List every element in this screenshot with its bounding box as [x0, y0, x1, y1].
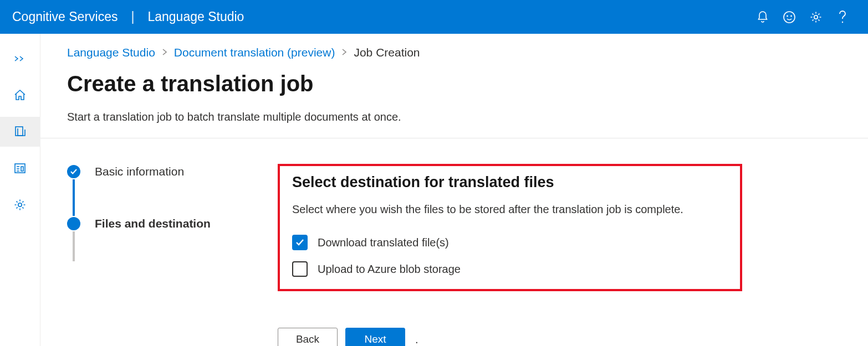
step-connector — [73, 179, 75, 216]
option-label: Upload to Azure blob storage — [318, 263, 461, 276]
breadcrumb: Language Studio Document translation (pr… — [67, 46, 868, 59]
svg-point-1 — [787, 16, 788, 16]
feedback-icon[interactable] — [776, 4, 803, 30]
main-content: Language Studio Document translation (pr… — [40, 34, 868, 346]
form-icon[interactable] — [0, 153, 40, 183]
option-upload-azure-blob[interactable]: Upload to Azure blob storage — [292, 261, 728, 277]
back-button[interactable]: Back — [278, 328, 338, 346]
document-translation-icon[interactable] — [0, 117, 40, 147]
brand-name[interactable]: Cognitive Services — [12, 9, 118, 24]
product-name[interactable]: Language Studio — [147, 9, 244, 24]
settings-icon[interactable] — [803, 4, 829, 30]
option-download-translated-files[interactable]: Download translated file(s) — [292, 235, 728, 250]
page-subtitle: Start a translation job to batch transla… — [67, 111, 868, 123]
step-connector — [73, 231, 75, 261]
step-current-icon — [67, 217, 80, 230]
breadcrumb-sep — [341, 48, 347, 58]
top-header: Cognitive Services | Language Studio — [0, 0, 868, 34]
option-label: Download translated file(s) — [318, 236, 449, 249]
rail-settings-icon[interactable] — [0, 190, 40, 220]
notifications-icon[interactable] — [749, 4, 776, 30]
svg-point-2 — [791, 16, 792, 16]
step-basic-information[interactable]: Basic information — [67, 164, 278, 179]
svg-point-3 — [814, 15, 818, 18]
step-label: Basic information — [95, 165, 184, 178]
ellipsis-dot: . — [415, 333, 418, 346]
svg-point-0 — [784, 12, 795, 23]
brand-divider: | — [131, 9, 134, 24]
wizard-stepper: Basic information Files and destination — [67, 164, 278, 346]
svg-rect-5 — [16, 127, 23, 136]
expand-rail-button[interactable] — [0, 44, 40, 74]
wizard-buttons: Back Next . — [278, 328, 868, 346]
breadcrumb-current: Job Creation — [354, 46, 420, 59]
home-icon[interactable] — [0, 80, 40, 110]
checkbox-unchecked-icon[interactable] — [292, 261, 308, 277]
page-title: Create a translation job — [67, 71, 868, 96]
checkbox-checked-icon[interactable] — [292, 235, 308, 250]
step-done-icon — [67, 165, 80, 178]
destination-highlight-box: Select destination for translated files … — [278, 164, 742, 291]
left-rail — [0, 34, 40, 346]
panel-description: Select where you wish the files to be st… — [292, 203, 728, 216]
step-label: Files and destination — [95, 217, 211, 230]
panel-title: Select destination for translated files — [292, 174, 728, 191]
help-icon[interactable] — [829, 4, 856, 30]
svg-point-7 — [18, 203, 22, 206]
step-files-and-destination[interactable]: Files and destination — [67, 216, 278, 231]
svg-point-4 — [842, 21, 843, 22]
breadcrumb-sep — [162, 48, 167, 58]
next-button[interactable]: Next — [345, 328, 405, 346]
breadcrumb-document-translation[interactable]: Document translation (preview) — [174, 46, 335, 59]
breadcrumb-language-studio[interactable]: Language Studio — [67, 46, 155, 59]
